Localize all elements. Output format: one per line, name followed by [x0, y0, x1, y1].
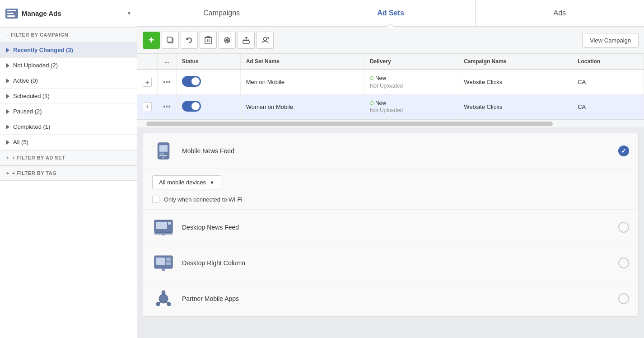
filter-tag-label: + FILTER BY TAG [12, 170, 56, 176]
svg-rect-4 [167, 37, 172, 42]
svg-point-35 [162, 291, 165, 294]
mobile-news-feed-icon [152, 140, 175, 162]
undo-button[interactable] [181, 32, 198, 49]
row-location-cell-0: CA [572, 70, 644, 94]
placement-row-partner-mobile-apps[interactable]: Partner Mobile Apps [143, 281, 638, 316]
sidebar-item-paused[interactable]: Paused (2) [0, 104, 137, 119]
col-header-4: Delivery [364, 54, 458, 70]
desktop-right-column-icon [152, 252, 175, 274]
triangle-icon-paused [6, 109, 9, 114]
svg-rect-33 [162, 268, 165, 271]
manage-ads-icon [5, 9, 18, 19]
row-expand-cell-0[interactable]: + [137, 70, 158, 94]
sidebar-item-label-active: Active (0) [13, 77, 131, 84]
tag-button[interactable] [219, 32, 236, 49]
scroll-thumb[interactable] [146, 122, 553, 126]
triangle-icon-recently-changed [6, 48, 9, 52]
row-delivery-cell-0: New Not Uploaded [364, 70, 458, 94]
svg-rect-31 [166, 258, 171, 261]
desktop-right-column-radio[interactable] [618, 258, 629, 268]
triangle-icon-completed [6, 125, 9, 129]
triangle-icon-scheduled [6, 94, 9, 99]
sidebar-item-label-completed: Completed (1) [13, 123, 131, 130]
placement-row-mobile-news-feed[interactable]: Mobile News Feed [143, 133, 638, 169]
row-adset-cell-1: Women on Mobile [240, 94, 364, 119]
sidebar-item-completed[interactable]: Completed (1) [0, 119, 137, 135]
export-button[interactable] [238, 32, 255, 49]
add-button[interactable]: + [143, 32, 160, 49]
sidebar-item-not-uploaded[interactable]: Not Uploaded (2) [0, 58, 137, 73]
sidebar-item-active[interactable]: Active (0) [0, 73, 137, 89]
sidebar-item-recently-changed[interactable]: Recently Changed (3) [0, 42, 137, 58]
sidebar-item-all[interactable]: All (5) [0, 135, 137, 150]
devices-dropdown-arrow: ▼ [210, 180, 215, 185]
sidebar-header: Manage Ads ▼ [0, 0, 137, 27]
filter-adset-plus-icon: + [6, 155, 9, 160]
row-adset-cell-0: Men on Mobile [240, 70, 364, 94]
tab-ads[interactable]: Ads [476, 0, 644, 26]
view-campaign-button[interactable]: View Campaign [582, 33, 639, 48]
tab-campaigns[interactable]: Campaigns [137, 0, 306, 26]
svg-rect-5 [205, 38, 211, 44]
col-header-5: Campaign Name [458, 54, 572, 70]
row-status-cell-1[interactable] [176, 94, 240, 119]
sidebar-item-label-paused: Paused (2) [13, 108, 131, 115]
svg-rect-0 [7, 10, 16, 11]
filter-tag-header[interactable]: + + FILTER BY TAG [0, 165, 137, 181]
desktop-right-column-label: Desktop Right Column [182, 259, 618, 267]
delivery-status-1: New [375, 99, 386, 107]
mobile-news-feed-label: Mobile News Feed [182, 147, 618, 155]
desktop-news-feed-icon [152, 216, 175, 239]
table-wrapper: ...StatusAd Set NameDeliveryCampaign Nam… [137, 54, 644, 127]
svg-rect-28 [162, 233, 165, 235]
triangle-icon-all [6, 140, 9, 145]
sidebar-dropdown-icon[interactable]: ▼ [127, 11, 131, 16]
svg-rect-21 [159, 154, 164, 155]
svg-rect-25 [156, 222, 167, 229]
row-expand-btn-0[interactable]: + [143, 78, 152, 87]
devices-dropdown-label: All mobile devices [159, 179, 206, 186]
svg-rect-22 [159, 155, 167, 156]
row-more-cell-1[interactable]: ••• [158, 94, 177, 119]
svg-rect-30 [156, 258, 165, 265]
filter-adset-label: + FILTER BY AD SET [12, 155, 65, 160]
table-row[interactable]: + ••• Men on Mobile New Not Uploaded Web… [137, 70, 644, 94]
assign-button[interactable] [257, 32, 274, 49]
sidebar-item-label-recently-changed: Recently Changed (3) [13, 47, 131, 53]
tab-ad-sets[interactable]: Ad Sets [306, 0, 475, 26]
triangle-icon-active [6, 79, 9, 83]
row-campaign-cell-0: Website Clicks [458, 70, 572, 94]
svg-rect-26 [168, 222, 171, 225]
main-content-area: ...StatusAd Set NameDeliveryCampaign Nam… [137, 54, 644, 338]
svg-point-37 [167, 302, 171, 306]
sidebar-item-scheduled[interactable]: Scheduled (1) [0, 89, 137, 104]
devices-dropdown[interactable]: All mobile devices ▼ [152, 175, 221, 189]
horizontal-scrollbar[interactable] [137, 119, 644, 127]
row-expand-btn-1[interactable]: + [143, 102, 152, 111]
mobile-news-feed-radio[interactable] [618, 146, 629, 156]
svg-point-23 [163, 157, 164, 159]
duplicate-button[interactable] [162, 32, 179, 49]
table-row[interactable]: + ••• Women on Mobile New Not Uploaded W… [137, 94, 644, 119]
placement-row-desktop-right-column[interactable]: Desktop Right Column [143, 245, 638, 281]
filter-adset-header[interactable]: + + FILTER BY AD SET [0, 150, 137, 165]
row-more-cell-0[interactable]: ••• [158, 70, 177, 94]
partner-mobile-apps-radio[interactable] [618, 293, 629, 304]
placement-row-desktop-news-feed[interactable]: Desktop News Feed [143, 210, 638, 245]
svg-rect-1 [7, 13, 14, 14]
delete-button[interactable] [200, 32, 217, 49]
status-toggle-0[interactable] [182, 76, 201, 87]
row-status-cell-0[interactable] [176, 70, 240, 94]
status-toggle-1[interactable] [182, 101, 201, 112]
triangle-icon-not-uploaded [6, 63, 9, 68]
filter-tag-plus-icon: + [6, 170, 9, 176]
row-expand-cell-1[interactable]: + [137, 94, 158, 119]
col-header-6: Location [572, 54, 644, 70]
col-header-1: ... [158, 54, 177, 70]
wifi-label: Only when connected to Wi-Fi [164, 196, 242, 203]
desktop-news-feed-radio[interactable] [618, 222, 629, 233]
col-header-2: Status [176, 54, 240, 70]
wifi-checkbox[interactable] [152, 196, 159, 203]
svg-point-36 [156, 302, 160, 306]
row-delivery-cell-1: New Not Uploaded [364, 94, 458, 119]
